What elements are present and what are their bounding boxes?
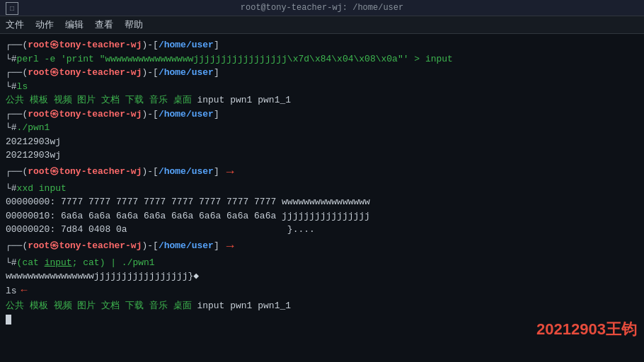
prompt-open-2: ┌──( [6,66,28,80]
cat-output-1: wwwwwwwwwwwwwwwwjjjjjjjjjjjjjjjjj}◆ [6,269,638,284]
xxd-line-1: 00000010: 6a6a 6a6a 6a6a 6a6a 6a6a 6a6a … [6,209,638,223]
prompt-path-2: /home/user [159,66,214,80]
pwn1-output-1: 20212903wj [6,135,638,149]
prompt-close-1: )-[ [142,38,158,52]
prompt-root-1: root [28,38,50,52]
prompt-hash-4: └# [6,182,17,196]
prompt-line-2: ┌──(root㉿tony-teacher-wj)-[/home/user] [6,66,638,80]
prompt-at-1: ㉿ [50,38,59,52]
prompt-bracket-3: ] [214,107,219,122]
prompt-close-3: )-[ [142,107,158,122]
prompt-bracket-1: ] [214,38,219,52]
block-cat: ┌──(root㉿tony-teacher-wj)-[/home/user] →… [6,237,638,327]
arrow-4: → [226,163,234,182]
prompt-host-3: tony-teacher-wj [59,107,142,122]
prompt-root-3: root [28,107,50,122]
cat-ls-files: input pwn1 pwn1_1 [192,300,291,311]
block-pwn1: ┌──(root㉿tony-teacher-wj)-[/home/user] └… [6,107,638,163]
prompt-line-4: ┌──(root㉿tony-teacher-wj)-[/home/user] → [6,163,638,182]
prompt-at-2: ㉿ [50,66,59,80]
terminal-cursor [6,315,11,325]
block-perl: ┌──(root㉿tony-teacher-wj)-[/home/user] └… [6,38,638,66]
prompt-path-4: /home/user [159,165,214,179]
prompt-root-5: root [28,239,50,253]
prompt-hash-5: └# [6,256,17,270]
prompt-line-1: ┌──(root㉿tony-teacher-wj)-[/home/user] [6,38,638,52]
prompt-close-5: )-[ [142,239,158,253]
prompt-root-2: root [28,66,50,80]
cat-ls-text: ls [6,284,17,298]
prompt-bracket-2: ] [214,66,219,80]
prompt-at-5: ㉿ [50,239,59,253]
arrow-5: → [226,237,234,256]
prompt-open-1: ┌──( [6,38,28,52]
window-icon: □ [6,2,18,15]
title-bar: □ root@tony-teacher-wj: /home/user [0,0,644,16]
menu-edit[interactable]: 编辑 [65,18,84,31]
cat-output-ls: ls ← [6,284,638,300]
prompt-hash-1: └# [6,52,17,66]
xxd-line-0: 00000000: 7777 7777 7777 7777 7777 7777 … [6,195,638,209]
pwn1-output-2: 20212903wj [6,148,638,163]
cat-ls-dirs: 公共 模板 视频 图片 文档 下载 音乐 桌面 [6,300,192,311]
prompt-root-4: root [28,165,50,179]
prompt-cmd-line-4: └# xxd input [6,182,638,196]
prompt-host-5: tony-teacher-wj [59,239,142,253]
block-ls: ┌──(root㉿tony-teacher-wj)-[/home/user] └… [6,66,638,107]
prompt-line-5: ┌──(root㉿tony-teacher-wj)-[/home/user] → [6,237,638,256]
prompt-open-3: ┌──( [6,107,28,122]
menu-help[interactable]: 帮助 [125,18,143,31]
prompt-host-2: tony-teacher-wj [59,66,142,80]
cmd-perl: perl -e 'print "wwwwwwwwwwwwwwwwjjjjjjjj… [17,52,453,66]
prompt-open-5: ┌──( [6,239,28,253]
menu-bar: 文件 动作 编辑 查看 帮助 [0,16,644,34]
ls-output-1: 公共 模板 视频 图片 文档 下载 音乐 桌面 input pwn1 pwn1_… [6,93,638,107]
menu-view[interactable]: 查看 [95,18,113,31]
prompt-cmd-line-1: └# perl -e 'print "wwwwwwwwwwwwwwwwjjjjj… [6,52,638,66]
cmd-cat: (cat input; cat) | ./pwn1 [17,256,155,270]
prompt-hash-3: └# [6,121,17,135]
prompt-path-3: /home/user [159,107,214,122]
prompt-open-4: ┌──( [6,165,28,179]
prompt-at-3: ㉿ [50,107,59,122]
prompt-path-5: /home/user [159,239,214,253]
prompt-cmd-line-3: └# ./pwn1 [6,121,638,135]
ls-dirs: 公共 模板 视频 图片 文档 下载 音乐 桌面 [6,95,192,105]
prompt-hash-2: └# [6,80,17,94]
cat-ls-output: 公共 模板 视频 图片 文档 下载 音乐 桌面 input pwn1 pwn1_… [6,299,638,313]
prompt-close-2: )-[ [142,66,158,80]
xxd-line-2: 00000020: 7d84 0408 0a }.... [6,223,638,237]
prompt-line-3: ┌──(root㉿tony-teacher-wj)-[/home/user] [6,107,638,122]
prompt-path-1: /home/user [159,38,214,52]
ls-files: input pwn1 pwn1_1 [192,95,291,105]
menu-file[interactable]: 文件 [6,18,24,31]
prompt-at-4: ㉿ [50,165,59,179]
window-title: root@tony-teacher-wj: /home/user [241,3,403,13]
cmd-pwn1: ./pwn1 [17,121,50,135]
prompt-bracket-4: ] [214,165,219,179]
prompt-cmd-line-2: └# ls [6,80,638,94]
block-xxd: ┌──(root㉿tony-teacher-wj)-[/home/user] →… [6,163,638,237]
prompt-host-1: tony-teacher-wj [59,38,142,52]
prompt-host-4: tony-teacher-wj [59,165,142,179]
prompt-close-4: )-[ [142,165,158,179]
prompt-cmd-line-5: └# (cat input; cat) | ./pwn1 [6,256,638,270]
prompt-bracket-5: ] [214,239,219,253]
cmd-xxd: xxd input [17,182,67,196]
cmd-ls: ls [17,80,28,94]
menu-action[interactable]: 动作 [35,18,54,31]
small-arrow: ← [21,284,28,300]
terminal-body: ┌──(root㉿tony-teacher-wj)-[/home/user] └… [0,34,644,362]
watermark: 20212903王钧 [536,317,637,341]
